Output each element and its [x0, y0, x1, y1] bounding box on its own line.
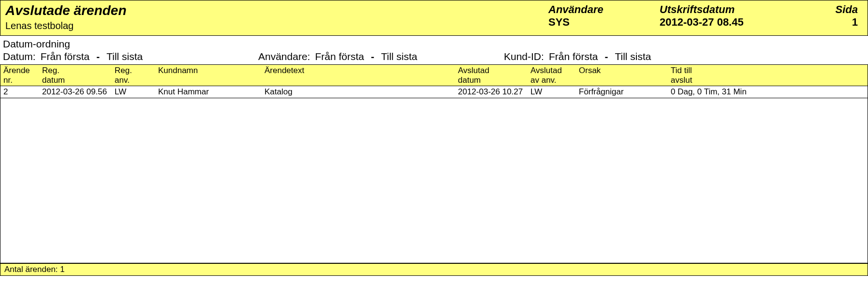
filter-section: Datum-ordning Datum: Från första - Till …: [0, 36, 868, 62]
filter-anv-sep: -: [369, 51, 376, 62]
cell-orsak: Förfrågnigar: [576, 87, 668, 97]
col-avslutad-anv: Avslutad av anv.: [528, 66, 576, 85]
cell-avsd: 2012-03-26 10.27: [455, 87, 528, 97]
filter-kundid: Kund-ID: Från första - Till sista: [504, 51, 746, 62]
page-label: Sida: [829, 3, 858, 16]
filter-kund-to: Till sista: [615, 51, 651, 62]
col-tid-till-avslut: Tid till avslut: [668, 66, 868, 85]
header-left: Avslutade ärenden Lenas testbolag: [5, 3, 534, 31]
cell-avsanv: LW: [528, 87, 576, 97]
filter-anv-to: Till sista: [381, 51, 417, 62]
report-footer: Antal ärenden: 1: [0, 263, 868, 276]
filter-anv-from: Från första: [315, 51, 364, 62]
user-value: SYS: [548, 16, 645, 29]
header-page-col: Sida 1: [829, 3, 863, 29]
filter-kund-from: Från första: [549, 51, 598, 62]
cell-tid: 0 Dag, 0 Tim, 31 Min: [668, 87, 868, 97]
page-value: 1: [829, 16, 858, 29]
header-date-col: Utskriftsdatum 2012-03-27 08.45: [660, 3, 814, 29]
report-header: Avslutade ärenden Lenas testbolag Använd…: [0, 0, 868, 36]
company-name: Lenas testbolag: [5, 20, 534, 31]
col-kundnamn: Kundnamn: [155, 66, 262, 85]
filter-anvandare: Användare: Från första - Till sista: [258, 51, 500, 62]
filter-datum-from: Från första: [41, 51, 90, 62]
cell-text: Katalog: [262, 87, 455, 97]
cell-regd: 2012-03-26 09.56: [39, 87, 112, 97]
table-row: 2 2012-03-26 09.56 LW Knut Hammar Katalo…: [0, 86, 868, 98]
cell-nr: 2: [0, 87, 39, 97]
printdate-value: 2012-03-27 08.45: [660, 16, 814, 29]
printdate-label: Utskriftsdatum: [660, 3, 814, 16]
filter-datum: Datum: Från första - Till sista: [3, 51, 254, 62]
header-user-col: Användare SYS: [548, 3, 645, 29]
user-label: Användare: [548, 3, 645, 16]
filter-anv-label: Användare:: [258, 51, 310, 62]
col-reg-anv: Reg. anv.: [112, 66, 155, 85]
table-body: 2 2012-03-26 09.56 LW Knut Hammar Katalo…: [0, 86, 868, 263]
filter-datum-label: Datum:: [3, 51, 36, 62]
table-header: Ärende nr. Reg. datum Reg. anv. Kundnamn…: [0, 65, 868, 86]
data-table: Ärende nr. Reg. datum Reg. anv. Kundnamn…: [0, 64, 868, 263]
filter-datum-sep: -: [94, 51, 102, 62]
sort-order-label: Datum-ordning: [3, 38, 865, 50]
col-avslutad-datum: Avslutad datum: [455, 66, 528, 85]
count-label: Antal ärenden: 1: [4, 265, 65, 274]
filter-kund-sep: -: [603, 51, 610, 62]
cell-kund: Knut Hammar: [155, 87, 262, 97]
filter-datum-to: Till sista: [106, 51, 143, 62]
col-orsak: Orsak: [576, 66, 668, 85]
col-arendetext: Ärendetext: [262, 66, 455, 85]
col-arende-nr: Ärende nr.: [0, 66, 39, 85]
cell-reganv: LW: [112, 87, 155, 97]
col-reg-datum: Reg. datum: [39, 66, 112, 85]
filter-kund-label: Kund-ID:: [504, 51, 544, 62]
report-title: Avslutade ärenden: [5, 3, 534, 18]
filter-row: Datum: Från första - Till sista Användar…: [3, 51, 865, 62]
